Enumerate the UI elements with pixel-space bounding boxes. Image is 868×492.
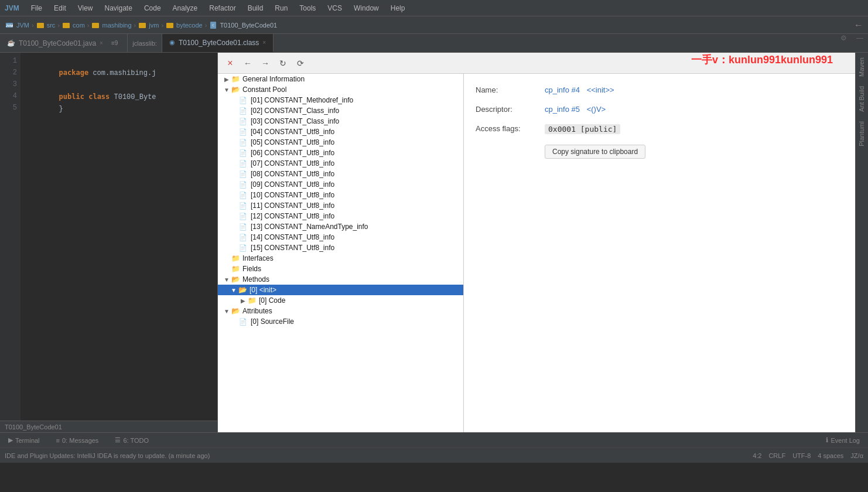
- tab-bar: ☕ T0100_ByteCode01.java × ≡9 jclasslib: …: [0, 34, 868, 53]
- tree-cp-01[interactable]: 📄 [01] CONSTANT_Methodref_info: [218, 95, 463, 105]
- sidebar-tab-plantuml[interactable]: Plantuml: [856, 117, 868, 151]
- tab-java[interactable]: ☕ T0100_ByteCode01.java × ≡9: [0, 34, 128, 52]
- watermark: 一手v：kunlun991kunlun991: [691, 53, 833, 67]
- tree-cp-02[interactable]: 📄 [02] CONSTANT_Class_info: [218, 105, 463, 116]
- menu-help[interactable]: Help: [386, 3, 410, 13]
- tree-interfaces[interactable]: 📁 Interfaces: [218, 253, 463, 264]
- status-encoding[interactable]: UTF-8: [792, 452, 811, 459]
- folder-interfaces-icon: 📁: [231, 255, 240, 262]
- folder-fields-icon: 📁: [231, 265, 240, 272]
- tree-sourcefile-label: [0] SourceFile: [251, 317, 294, 326]
- bottom-tab-terminal[interactable]: ▶ Terminal: [5, 435, 43, 445]
- tab-class[interactable]: ◉ T0100_ByteCode01.class ×: [162, 34, 274, 52]
- line-num-4: 4: [0, 90, 17, 102]
- status-position[interactable]: 4:2: [753, 452, 761, 459]
- right-sidebar: Maven Ant Build Plantuml: [855, 53, 868, 432]
- tree-cp-03[interactable]: 📄 [03] CONSTANT_Class_info: [218, 116, 463, 127]
- tree-cp-14[interactable]: 📄 [14] CONSTANT_Utf8_info: [218, 232, 463, 242]
- tab-java-close[interactable]: ×: [100, 40, 103, 46]
- tree-cp-06[interactable]: 📄 [06] CONSTANT_Utf8_info: [218, 148, 463, 158]
- event-log-icon: ℹ: [826, 436, 828, 444]
- tree-cp-07[interactable]: 📄 [07] CONSTANT_Utf8_info: [218, 158, 463, 169]
- tree-cp-10[interactable]: 📄 [10] CONSTANT_Utf8_info: [218, 190, 463, 200]
- minimize-icon[interactable]: —: [852, 34, 868, 52]
- status-linesep[interactable]: CRLF: [768, 452, 785, 459]
- tab-java-label: T0100_ByteCode01.java: [19, 39, 96, 47]
- folder-init-icon: 📂: [238, 286, 247, 293]
- tree-cp-15[interactable]: 📄 [15] CONSTANT_Utf8_info: [218, 242, 463, 253]
- menu-file[interactable]: File: [26, 3, 47, 13]
- nav-src[interactable]: src: [47, 22, 56, 29]
- menu-navigate[interactable]: Navigate: [100, 3, 137, 13]
- jc-refresh-button[interactable]: ↻: [275, 56, 291, 71]
- file-cp04-icon: 📄: [239, 128, 248, 135]
- menu-build[interactable]: Build: [243, 3, 268, 13]
- jc-refresh2-button[interactable]: ⟳: [293, 56, 308, 71]
- menu-refactor[interactable]: Refactor: [204, 3, 240, 13]
- nav-jvm2[interactable]: jvm: [149, 22, 159, 29]
- tree-cp-12[interactable]: 📄 [12] CONSTANT_Utf8_info: [218, 211, 463, 221]
- tree-cp-11[interactable]: 📄 [11] CONSTANT_Utf8_info: [218, 200, 463, 211]
- menu-view[interactable]: View: [73, 3, 98, 13]
- bottom-tab-messages[interactable]: ≡ 0: Messages: [53, 436, 102, 445]
- tree-attributes-label: Attributes: [242, 307, 272, 315]
- tree-cp-09[interactable]: 📄 [09] CONSTANT_Utf8_info: [218, 179, 463, 190]
- menu-code[interactable]: Code: [139, 3, 166, 13]
- bottom-terminal-label: Terminal: [15, 437, 40, 444]
- tree-cp-08[interactable]: 📄 [08] CONSTANT_Utf8_info: [218, 169, 463, 179]
- tree-sourcefile[interactable]: 📄 [0] SourceFile: [218, 316, 463, 327]
- menu-tools[interactable]: Tools: [295, 3, 320, 13]
- sidebar-tab-maven[interactable]: Maven: [856, 53, 868, 81]
- folder-methods-icon: 📂: [231, 276, 240, 283]
- tree-fields[interactable]: 📁 Fields: [218, 264, 463, 274]
- bottom-tab-todo[interactable]: ☰ 6: TODO: [111, 435, 152, 445]
- jc-forward-button[interactable]: →: [258, 56, 273, 71]
- tree-arrow-init: ▼: [230, 287, 238, 293]
- detail-descriptor-link[interactable]: cp_info #5: [545, 105, 580, 114]
- menu-window[interactable]: Window: [349, 3, 384, 13]
- file-cp02-icon: 📄: [239, 107, 248, 114]
- tree-cp-05[interactable]: 📄 [05] CONSTANT_Utf8_info: [218, 137, 463, 148]
- nav-sep-2: ›: [57, 22, 60, 29]
- tree-methods[interactable]: ▼ 📂 Methods: [218, 274, 463, 285]
- tab-class-close[interactable]: ×: [262, 39, 266, 46]
- tree-arrow-cp: ▼: [223, 87, 231, 93]
- mashibing-icon: [91, 21, 100, 29]
- file-cp13-icon: 📄: [239, 223, 248, 230]
- nav-com[interactable]: com: [73, 22, 85, 29]
- breadcrumb: JVM JVM › src › com › mashibing › jvm › …: [0, 16, 868, 34]
- nav-sep-6: ›: [205, 22, 207, 29]
- tree-attributes[interactable]: ▼ 📂 Attributes: [218, 306, 463, 316]
- tree-method-init[interactable]: ▼ 📂 [0] <init>: [218, 285, 463, 295]
- terminal-icon: ▶: [8, 436, 13, 444]
- editor-code[interactable]: package com.mashibing.j public class T01…: [20, 53, 217, 421]
- sidebar-tab-ant[interactable]: Ant Build: [856, 81, 868, 117]
- nav-bytecode[interactable]: bytecode: [176, 22, 203, 29]
- jvm2-icon: [138, 21, 146, 29]
- tree-cp-04[interactable]: 📄 [04] CONSTANT_Utf8_info: [218, 127, 463, 137]
- tree-arrow-general: ▶: [223, 76, 231, 83]
- menu-vcs[interactable]: VCS: [323, 3, 347, 13]
- messages-icon: ≡: [56, 437, 60, 444]
- tree-method-init-code[interactable]: ▶ 📁 [0] Code: [218, 295, 463, 306]
- menu-edit[interactable]: Edit: [49, 3, 71, 13]
- settings-gear-icon[interactable]: ⚙: [836, 34, 852, 52]
- jc-back-button[interactable]: ←: [240, 56, 255, 71]
- status-message: IDE and Plugin Updates: IntelliJ IDEA is…: [5, 452, 753, 459]
- bottom-tab-event-log[interactable]: ℹ Event Log: [822, 435, 863, 445]
- navigate-back-icon[interactable]: ←: [854, 20, 863, 30]
- java-file-icon: ☕: [7, 39, 15, 47]
- nav-mashibing[interactable]: mashibing: [102, 22, 131, 29]
- nav-sep-4: ›: [134, 22, 136, 29]
- tree-cp-05-label: [05] CONSTANT_Utf8_info: [251, 138, 334, 146]
- tree-general[interactable]: ▶ 📁 General Information: [218, 74, 463, 84]
- menu-analyze[interactable]: Analyze: [168, 3, 203, 13]
- menu-run[interactable]: Run: [270, 3, 292, 13]
- jc-close-button[interactable]: ×: [223, 56, 238, 71]
- status-indent[interactable]: 4 spaces: [818, 452, 843, 459]
- tree-cp-13[interactable]: 📄 [13] CONSTANT_NameAndType_info: [218, 221, 463, 232]
- file-cp08-icon: 📄: [239, 170, 248, 177]
- tree-constant-pool[interactable]: ▼ 📂 Constant Pool: [218, 84, 463, 95]
- detail-name-link[interactable]: cp_info #4: [545, 86, 580, 94]
- copy-signature-button[interactable]: Copy signature to clipboard: [545, 145, 645, 159]
